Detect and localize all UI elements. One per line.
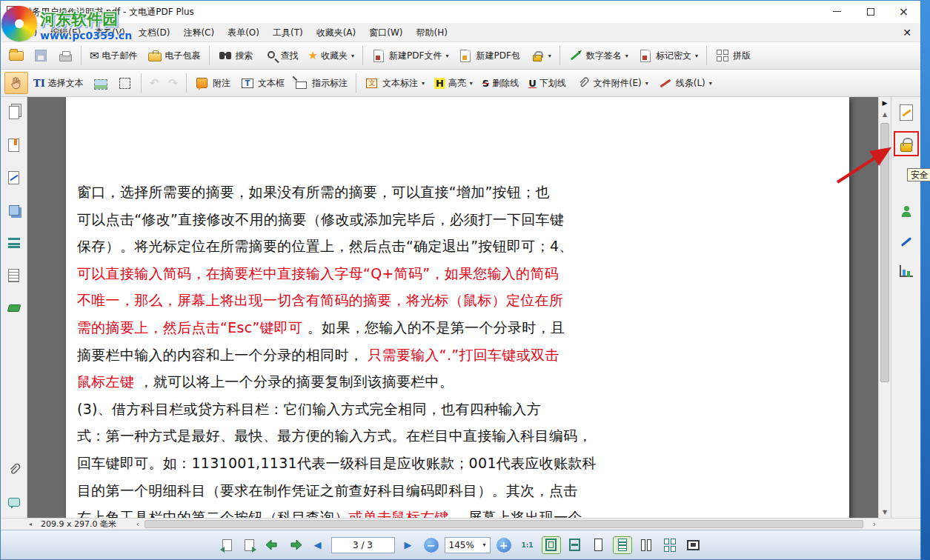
scroll-right-icon[interactable]: › <box>869 519 880 530</box>
tag-icon <box>7 304 21 312</box>
zoom-in-icon: + <box>496 538 511 553</box>
maximize-button[interactable] <box>854 1 887 22</box>
panel-splitter-icon[interactable]: ◂ <box>29 521 32 527</box>
line-tool-button[interactable]: 线条(L)▾ <box>654 72 717 94</box>
close-button[interactable]: × <box>887 1 920 22</box>
layers-panel-button[interactable] <box>6 202 22 219</box>
menu-form[interactable]: 表单(O) <box>221 23 266 42</box>
next-view-button[interactable] <box>241 536 259 554</box>
continuous-facing-button[interactable] <box>660 536 680 554</box>
sign-panel-button[interactable] <box>897 232 916 251</box>
menu-comment[interactable]: 注释(C) <box>176 23 221 42</box>
fields-panel-button[interactable] <box>6 267 22 284</box>
security-button[interactable]: ▾ <box>525 44 556 67</box>
full-screen-icon <box>687 540 700 550</box>
prev-view-button[interactable] <box>219 536 236 554</box>
new-pdf-button[interactable]: 新建PDF文件▾ <box>367 44 453 67</box>
zoom-out-button[interactable]: − <box>422 536 440 554</box>
comments-panel-button[interactable] <box>6 494 22 510</box>
signature-page-icon <box>8 171 19 184</box>
redact-icon <box>640 50 651 62</box>
menu-edit[interactable]: 编辑(E) <box>44 23 87 42</box>
select-image-button[interactable] <box>89 72 113 94</box>
outline-panel-button[interactable] <box>6 235 22 251</box>
minimize-button[interactable] <box>820 1 854 22</box>
fit-page-icon <box>545 539 557 551</box>
underline-button[interactable]: U下划线 <box>524 72 571 94</box>
forward-button[interactable] <box>286 536 304 554</box>
text-box-button[interactable]: T文本框 <box>236 72 289 94</box>
edit-page-icon <box>900 104 913 121</box>
redo-icon: ↷ <box>168 76 178 90</box>
scroll-up-icon[interactable]: ▲ <box>883 109 887 120</box>
find-button[interactable]: 查找 <box>259 44 303 67</box>
previous-page-icon: ◀ <box>314 540 322 550</box>
previous-page-button[interactable]: ◀ <box>309 536 327 554</box>
properties-panel-button[interactable] <box>897 103 916 122</box>
favorites-button[interactable]: ★收藏夹▾ <box>304 44 359 67</box>
zoom-level-value: 145% <box>449 540 474 550</box>
print-button[interactable] <box>53 44 77 67</box>
select-text-button[interactable]: TI选择文本 <box>29 72 88 94</box>
menu-favorites[interactable]: 收藏夹(A) <box>310 23 363 42</box>
scroll-left-icon[interactable]: ‹ <box>133 519 143 530</box>
file-attachment-button[interactable]: 文件附件(E)▾ <box>571 72 653 94</box>
search-button[interactable]: 搜索 <box>213 44 258 67</box>
imposition-button[interactable]: 拼版 <box>711 44 755 67</box>
back-arrow-icon <box>265 539 281 550</box>
continuous-view-button[interactable] <box>613 536 632 554</box>
single-page-button[interactable] <box>589 536 608 554</box>
undo-button[interactable]: ↶ <box>145 72 164 94</box>
digital-signature-button[interactable]: 数字签名▾ <box>564 44 633 67</box>
menu-help[interactable]: 帮助(H) <box>409 23 454 42</box>
attachments-panel-button[interactable] <box>6 461 22 478</box>
save-button[interactable] <box>29 44 53 67</box>
highlight-icon: H <box>434 78 445 89</box>
strikeout-button[interactable]: S删除线 <box>478 72 523 94</box>
redo-button[interactable]: ↷ <box>164 72 182 94</box>
epackage-button[interactable]: 电子包裹 <box>143 44 205 67</box>
scrollbar-track[interactable] <box>143 519 869 529</box>
menu-document[interactable]: 文档(D) <box>132 23 177 42</box>
open-button[interactable] <box>4 44 28 67</box>
panel-toggle-arrow-icon[interactable]: ▶ <box>883 97 888 109</box>
pages-panel-button[interactable] <box>6 104 22 121</box>
pdf-app-window: 财务用户操作说明书.pdf - 文电通PDF Plus × 文件(F) 编辑(E… <box>0 0 921 560</box>
redact-button[interactable]: 标记密文▾ <box>634 44 703 67</box>
callout-button[interactable]: 指示标注 <box>290 72 352 94</box>
statistics-panel-button[interactable] <box>897 261 916 281</box>
menu-window[interactable]: 窗口(W) <box>362 23 409 42</box>
page-number-input[interactable]: 3 / 3 <box>331 537 395 553</box>
note-button[interactable]: 附注 <box>190 72 235 94</box>
highlight-button[interactable]: H高亮▾ <box>430 72 477 94</box>
zoom-in-button[interactable]: + <box>495 536 513 554</box>
signatures-panel-button[interactable] <box>6 170 22 186</box>
facing-view-button[interactable] <box>637 536 656 554</box>
email-button[interactable]: ✉电子邮件 <box>85 44 142 67</box>
scroll-down-icon[interactable]: ▼ <box>883 507 887 518</box>
next-page-button[interactable]: ▶ <box>399 536 417 554</box>
fit-width-button[interactable] <box>565 536 585 554</box>
back-button[interactable] <box>264 536 282 554</box>
actual-size-button[interactable]: 1:1 <box>518 536 537 554</box>
menubar: 文件(F) 编辑(E) 查看(V) 文档(D) 注释(C) 表单(O) 工具(T… <box>1 23 920 42</box>
print-icon <box>59 54 72 61</box>
full-screen-button[interactable] <box>684 536 703 554</box>
text-annotation-icon: 文 <box>366 79 377 88</box>
menubar-close-icon[interactable]: ✕ <box>903 27 911 39</box>
text-annotation-button[interactable]: 文文本标注▾ <box>360 72 429 94</box>
tags-panel-button[interactable] <box>6 300 22 316</box>
new-pdf-package-button[interactable]: 新建PDF包 <box>454 44 524 67</box>
snapshot-button[interactable] <box>113 72 137 94</box>
scrollbar-thumb[interactable] <box>145 520 863 528</box>
menu-tools[interactable]: 工具(T) <box>266 23 310 42</box>
identity-panel-button[interactable] <box>897 201 916 220</box>
hand-tool-button[interactable] <box>4 72 28 94</box>
bookmarks-panel-button[interactable] <box>6 137 22 153</box>
line-icon <box>660 79 671 87</box>
zoom-level-select[interactable]: 145%▾ <box>445 537 491 553</box>
fit-page-button[interactable] <box>542 536 561 554</box>
menu-view[interactable]: 查看(V) <box>87 23 132 42</box>
pdf-page[interactable]: 窗口，选择所需要的摘要，如果没有所需的摘要，可以直接“增加”按钮；也可以点击“修… <box>66 97 849 518</box>
menu-file[interactable]: 文件(F) <box>1 23 44 42</box>
